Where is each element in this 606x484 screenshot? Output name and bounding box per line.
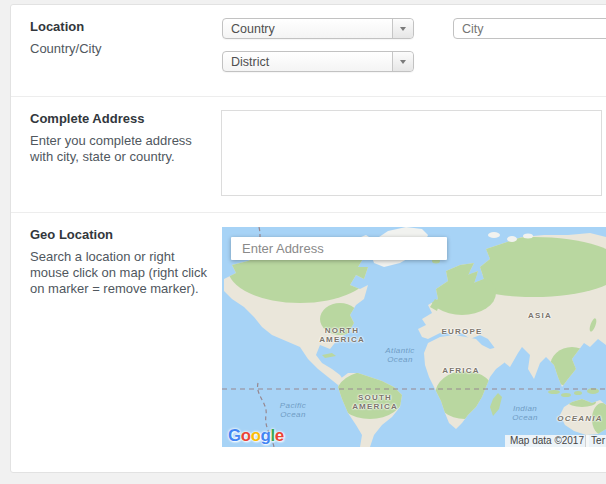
chevron-down-icon[interactable] [392,52,413,71]
map-attribution: Map data ©2017 [505,435,589,447]
world-map-graphic [222,227,606,447]
complete-address-label: Complete Address [30,111,216,126]
geo-location-description: Search a location or right mouse click o… [30,249,216,297]
location-label: Location [30,19,216,34]
form-panel: Location Country/City Country District C… [10,4,606,473]
row-geo-location: Geo Location Search a location or right … [11,213,606,473]
map-address-search-input[interactable] [231,237,447,260]
row-complete-address: Complete Address Enter you complete addr… [11,97,606,213]
row-location: Location Country/City Country District [11,5,606,97]
geo-location-label: Geo Location [30,227,216,242]
location-description: Country/City [30,41,216,57]
google-map[interactable]: NORTHAMERICA SOUTHAMERICA EUROPE AFRICA … [222,227,606,447]
district-select-value: District [223,52,392,71]
complete-address-textarea[interactable] [221,110,602,196]
district-select[interactable]: District [222,51,414,72]
country-select-value: Country [223,19,392,38]
complete-address-description: Enter you complete address with city, st… [30,133,216,165]
chevron-down-icon[interactable] [392,19,413,38]
country-select[interactable]: Country [222,18,414,39]
complete-address-head: Complete Address Enter you complete addr… [30,111,216,165]
location-head: Location Country/City [30,19,216,57]
city-input[interactable] [453,18,606,39]
geo-location-head: Geo Location Search a location or right … [30,227,216,297]
google-logo[interactable]: Google [228,427,284,444]
map-terms-link[interactable]: Ter [585,435,606,447]
